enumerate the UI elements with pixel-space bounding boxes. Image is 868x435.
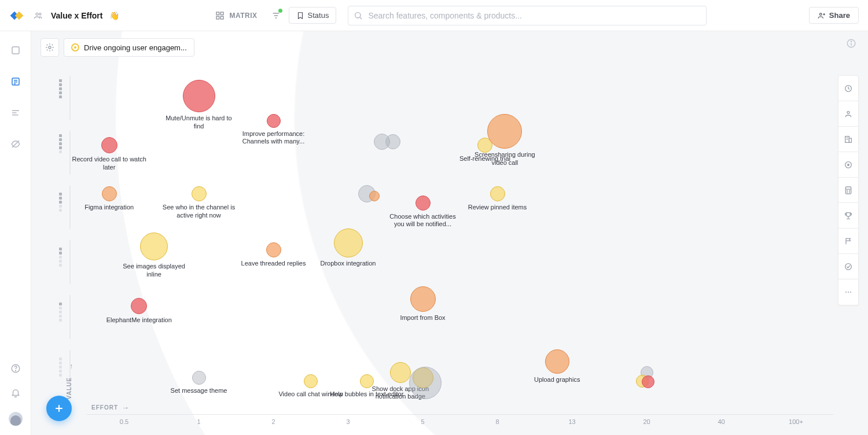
x-tick: 3: [346, 418, 350, 425]
bubble[interactable]: [415, 196, 431, 211]
status-label: Status: [308, 11, 329, 20]
svg-point-52: [848, 292, 849, 293]
tool-trophy-icon[interactable]: [838, 203, 858, 228]
search-input[interactable]: [348, 6, 707, 25]
bubble-label: Mute/Unmute is hard to find: [161, 115, 237, 131]
nav-roadmap-icon[interactable]: [10, 108, 21, 118]
svg-point-45: [847, 191, 848, 192]
status-button[interactable]: Status: [289, 7, 337, 24]
svg-point-13: [819, 13, 822, 15]
svg-point-27: [49, 46, 51, 49]
nav-hidden-icon[interactable]: [10, 139, 21, 149]
bubble[interactable]: [487, 114, 522, 149]
bubble[interactable]: [390, 362, 411, 383]
tool-more-icon[interactable]: [838, 279, 858, 305]
bubble[interactable]: [183, 80, 215, 112]
bubble[interactable]: [101, 137, 117, 153]
bubble[interactable]: [102, 186, 117, 201]
add-button[interactable]: [46, 396, 72, 421]
bubble[interactable]: [192, 371, 206, 385]
bubble[interactable]: [334, 228, 363, 257]
svg-point-11: [355, 12, 361, 17]
svg-point-51: [845, 292, 847, 293]
svg-rect-6: [216, 16, 219, 19]
y-axis-label: VALUE: [66, 377, 72, 399]
bubble[interactable]: [304, 374, 318, 388]
objective-dot-icon: [71, 43, 79, 51]
nav-features-icon[interactable]: [10, 76, 21, 87]
bubble[interactable]: [642, 375, 654, 388]
scatter-chart[interactable]: 0.512358132040100+ EFFORT→ VALUE ↑ Mute/…: [46, 65, 833, 430]
tool-target-icon[interactable]: [838, 152, 858, 178]
bubble[interactable]: [131, 298, 147, 314]
x-tick: 100+: [789, 418, 803, 425]
svg-point-34: [847, 111, 849, 113]
bubble-label: See who in the channel is active right n…: [161, 204, 237, 220]
bubble[interactable]: [410, 286, 436, 312]
share-icon: [818, 12, 826, 20]
search-wrap: [348, 6, 707, 25]
x-tick: 5: [421, 418, 424, 425]
bubble[interactable]: [192, 186, 207, 201]
share-label: Share: [829, 11, 850, 20]
svg-rect-5: [221, 12, 224, 15]
bell-icon[interactable]: [10, 388, 21, 398]
bubble[interactable]: [385, 134, 400, 149]
bubble-label: Figma integration: [72, 204, 147, 212]
svg-point-43: [847, 190, 848, 191]
bookmark-icon: [296, 12, 304, 20]
top-bar: Value x Effort 👋 MATRIX Status Share: [0, 0, 868, 31]
bubble-label: ElephantMe integration: [101, 316, 176, 325]
x-tick: 40: [718, 418, 724, 425]
x-tick: 0.5: [120, 418, 128, 425]
x-axis-label: EFFORT→: [91, 403, 130, 412]
svg-point-40: [848, 164, 849, 165]
bubble[interactable]: [369, 191, 380, 201]
bubble[interactable]: [490, 186, 505, 201]
view-title: Value x Effort: [51, 11, 102, 20]
tool-person-icon[interactable]: [838, 101, 858, 127]
matrix-label: MATRIX: [229, 12, 257, 20]
x-tick: 2: [271, 418, 275, 425]
view-type-matrix-button[interactable]: MATRIX: [209, 8, 263, 24]
svg-point-2: [36, 13, 38, 15]
settings-button[interactable]: [41, 38, 59, 57]
bubble[interactable]: [545, 349, 569, 374]
tool-check-icon[interactable]: [838, 254, 858, 279]
nav-board-icon[interactable]: [10, 45, 21, 56]
wave-emoji: 👋: [109, 11, 119, 20]
svg-rect-36: [849, 138, 851, 142]
bubble[interactable]: [140, 233, 168, 260]
bubble[interactable]: [409, 367, 442, 399]
objective-filter-pill[interactable]: Drive ongoing user engagem...: [64, 38, 194, 57]
tool-flag-icon[interactable]: [838, 228, 858, 254]
svg-point-46: [849, 191, 850, 192]
info-button[interactable]: [846, 38, 856, 51]
bubble[interactable]: [267, 114, 281, 128]
svg-point-44: [849, 190, 850, 191]
x-axis: 0.512358132040100+: [87, 414, 833, 430]
objective-label: Drive ongoing user engagem...: [84, 43, 187, 52]
bubble-label: Dropbox integration: [311, 260, 386, 268]
svg-rect-7: [221, 16, 224, 19]
bubble-label: Choose which activities you will be noti…: [385, 213, 461, 229]
svg-point-3: [39, 13, 41, 14]
left-nav-rail: [0, 31, 31, 435]
app-logo: [9, 8, 24, 23]
svg-line-12: [360, 17, 362, 19]
help-icon[interactable]: [10, 363, 21, 374]
svg-point-26: [15, 370, 16, 371]
tool-calculator-icon[interactable]: [838, 178, 858, 203]
bubble[interactable]: [266, 242, 281, 257]
x-tick: 20: [643, 418, 650, 425]
bubble-label: Upload graphics: [520, 376, 595, 384]
bubble-label: See images displayed inline: [116, 263, 192, 279]
y-axis-arrow: ↑: [69, 362, 73, 370]
bubble-label: Screensharing during video call: [467, 151, 542, 167]
user-avatar[interactable]: [9, 412, 23, 426]
tool-timeline-icon[interactable]: [838, 76, 858, 101]
tool-company-icon[interactable]: [838, 127, 858, 152]
share-button[interactable]: Share: [809, 7, 859, 24]
svg-point-50: [845, 263, 852, 270]
filter-button[interactable]: [268, 8, 284, 24]
